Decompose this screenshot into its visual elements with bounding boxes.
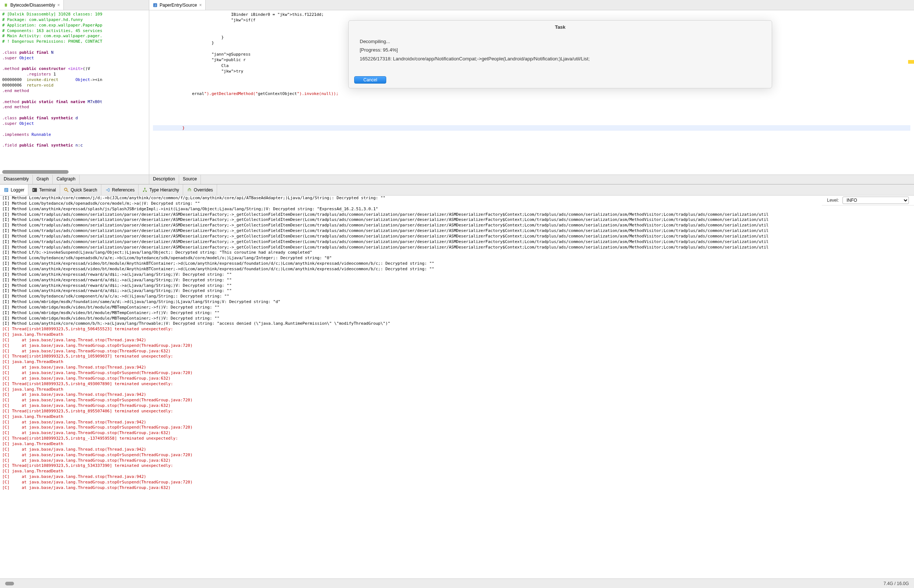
left-bottom-tabs: Disassembly Graph Callgraph: [0, 174, 149, 184]
tab-label: PaperEntry/Source: [160, 3, 197, 8]
subtab-disassembly[interactable]: Disassembly: [0, 175, 33, 184]
subtab-source[interactable]: Source: [179, 175, 201, 184]
task-dialog: Task Decompiling... [Progress: 95.4%] 16…: [348, 20, 772, 88]
left-tab-bar: Bytecode/Disassembly ×: [0, 0, 149, 10]
task-progress: [Progress: 95.4%]: [360, 46, 761, 54]
disassembly-code[interactable]: # [Dalvik Disassembly] 31028 classes: 10…: [0, 10, 149, 170]
tab-label: Bytecode/Disassembly: [10, 3, 55, 8]
tab-quick-search[interactable]: Quick Search: [60, 184, 101, 195]
svg-point-10: [143, 191, 144, 192]
tab-label: Type Hierarchy: [149, 187, 179, 192]
subtab-graph[interactable]: Graph: [33, 175, 53, 184]
overrides-icon: [187, 187, 192, 192]
tab-bytecode[interactable]: Bytecode/Disassembly ×: [0, 0, 64, 10]
svg-point-9: [144, 187, 146, 189]
horizontal-scrollbar[interactable]: [2, 170, 68, 174]
svg-text:J: J: [154, 4, 156, 7]
java-file-icon: J: [153, 3, 157, 7]
status-bar: 7.4G / 16.0G: [0, 578, 914, 588]
dialog-title: Task: [348, 21, 772, 34]
dialog-footer: Cancel: [348, 74, 772, 88]
tab-logger[interactable]: Logger: [0, 184, 28, 195]
svg-rect-4: [5, 190, 8, 191]
subtab-description[interactable]: Description: [149, 175, 179, 184]
svg-point-11: [146, 191, 147, 192]
status-indicator: [5, 582, 14, 585]
memory-usage: 7.4G / 16.0G: [883, 581, 909, 586]
logger-tabs: Logger Terminal Quick Search References …: [0, 184, 914, 195]
log-output[interactable]: [I] Method Lcom/anythink/core/common/j/d…: [0, 195, 914, 491]
disassembly-pane: Bytecode/Disassembly × # [Dalvik Disasse…: [0, 0, 149, 184]
dialog-body: Decompiling... [Progress: 95.4%] 165226/…: [348, 34, 772, 74]
svg-line-8: [67, 190, 68, 191]
tab-label: Logger: [11, 187, 24, 192]
logger-controls: Level: INFO: [822, 195, 914, 205]
right-tab-bar: J PaperEntry/Source ×: [149, 0, 914, 10]
tab-label: Quick Search: [71, 187, 97, 192]
svg-point-7: [64, 188, 67, 191]
tab-source[interactable]: J PaperEntry/Source ×: [149, 0, 206, 10]
terminal-icon: [32, 187, 37, 192]
gutter-marker[interactable]: [908, 60, 914, 64]
svg-rect-6: [32, 188, 37, 192]
svg-rect-3: [5, 189, 8, 189]
logger-body: Level: INFO [I] Method Lcom/anythink/cor…: [0, 195, 914, 578]
tab-references[interactable]: References: [101, 184, 139, 195]
right-bottom-tabs: Description Source: [149, 174, 914, 184]
tab-type-hierarchy[interactable]: Type Hierarchy: [139, 184, 183, 195]
source-pane: J PaperEntry/Source × IBinder iBinder0 =…: [149, 0, 914, 184]
logger-panel: Logger Terminal Quick Search References …: [0, 184, 914, 578]
task-detail: 165226/17318: Landroidx/core/app/Notific…: [360, 55, 761, 63]
subtab-callgraph[interactable]: Callgraph: [53, 175, 79, 184]
editor-split: Bytecode/Disassembly × # [Dalvik Disasse…: [0, 0, 914, 184]
search-icon: [64, 187, 69, 192]
log-icon: [4, 187, 9, 192]
tab-overrides[interactable]: Overrides: [183, 184, 217, 195]
level-select[interactable]: INFO: [843, 197, 909, 204]
tab-label: Overrides: [194, 187, 213, 192]
tab-label: References: [112, 187, 135, 192]
close-icon[interactable]: ×: [199, 3, 202, 8]
android-icon: [4, 3, 8, 7]
close-icon[interactable]: ×: [57, 3, 60, 8]
cancel-button[interactable]: Cancel: [354, 76, 386, 84]
task-status: Decompiling...: [360, 37, 761, 46]
tab-terminal[interactable]: Terminal: [28, 184, 60, 195]
hierarchy-icon: [142, 187, 147, 192]
refs-icon: [105, 187, 110, 192]
level-label: Level:: [827, 198, 839, 203]
tab-label: Terminal: [39, 187, 56, 192]
